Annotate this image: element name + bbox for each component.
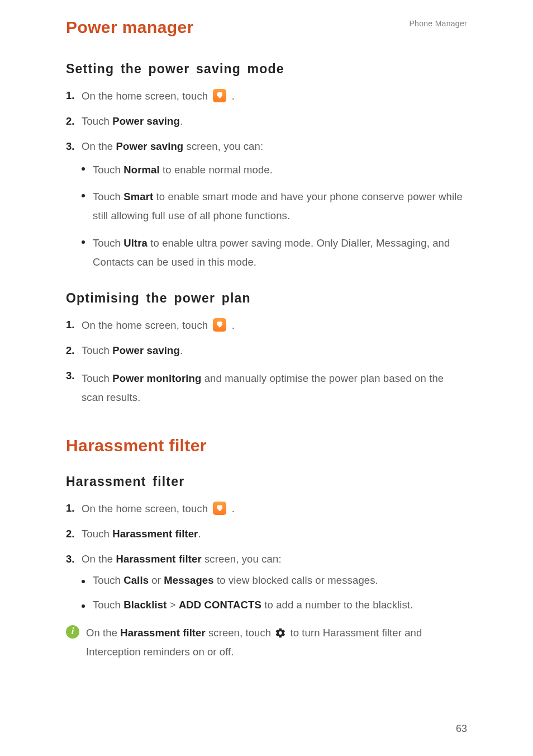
bullet-text: to view blocked calls or messages.: [214, 574, 378, 586]
bullet-text: Touch: [93, 164, 123, 176]
bullet-item: Touch Ultra to enable ultra power saving…: [82, 234, 467, 272]
step-text: On the home screen, touch: [82, 319, 211, 331]
bullet-text: Touch: [93, 574, 123, 586]
subheading-power-plan: Optimising the power plan: [66, 291, 467, 306]
phone-manager-app-icon: [213, 318, 226, 332]
bold-label: Smart: [123, 191, 153, 202]
bullet-text: Touch: [93, 191, 123, 202]
phone-manager-app-icon: [213, 502, 226, 515]
step-text: screen, you can:: [202, 553, 282, 565]
step-text: On the home screen, touch: [82, 503, 211, 514]
bullet-item: Touch Calls or Messages to view blocked …: [82, 573, 467, 588]
step-text: .: [180, 344, 183, 356]
bullet-list: Touch Calls or Messages to view blocked …: [82, 573, 467, 612]
bullet-text: Touch: [93, 599, 123, 611]
step-text: Touch: [82, 528, 112, 540]
page-number: 63: [456, 723, 467, 735]
step-text: .: [198, 528, 201, 540]
info-note: On the Harassment filter screen, touch t…: [66, 623, 467, 662]
section-power-plan: Optimising the power plan On the home sc…: [66, 291, 467, 407]
bullet-item: Touch Normal to enable normal mode.: [82, 160, 467, 179]
heading-power-manager: Power manager: [66, 18, 467, 37]
step-1: On the home screen, touch .: [66, 89, 467, 103]
bold-label: Power saving: [112, 115, 180, 127]
step-text: On the home screen, touch: [82, 90, 211, 102]
section-harassment: Harassment filter On the home screen, to…: [66, 474, 467, 662]
bullet-item: Touch Blacklist > ADD CONTACTS to add a …: [82, 598, 467, 612]
bullet-text: Touch: [93, 237, 123, 249]
step-3: On the Power saving screen, you can: Tou…: [66, 140, 467, 272]
page: Phone Manager Power manager Setting the …: [0, 0, 533, 756]
step-1: On the home screen, touch .: [66, 318, 467, 333]
bullet-list: Touch Normal to enable normal mode. Touc…: [82, 160, 467, 272]
section-power-saving: Setting the power saving mode On the hom…: [66, 62, 467, 272]
bold-label: Messages: [164, 574, 213, 586]
bold-label: Harassment filter: [120, 627, 206, 639]
step-text: .: [232, 319, 235, 331]
bullet-text: or: [149, 574, 164, 586]
steps-power-plan: On the home screen, touch . Touch Power …: [66, 318, 467, 407]
bold-label: Normal: [123, 164, 159, 176]
step-2: Touch Harassment filter.: [66, 527, 467, 541]
steps-harassment: On the home screen, touch . Touch Harass…: [66, 502, 467, 612]
step-3: Touch Power monitoring and manually opti…: [66, 369, 467, 407]
step-text: .: [232, 503, 235, 514]
steps-power-saving: On the home screen, touch . Touch Power …: [66, 89, 467, 272]
note-text: On the Harassment filter screen, touch t…: [86, 623, 467, 662]
bullet-item: Touch Smart to enable smart mode and hav…: [82, 187, 467, 225]
step-text: On the: [82, 553, 116, 565]
note-fragment: On the: [86, 627, 120, 639]
bold-label: Power saving: [116, 140, 184, 152]
bold-label: Ultra: [123, 237, 147, 249]
bold-label: Harassment filter: [112, 528, 198, 540]
bullet-text: to add a number to the blacklist.: [261, 599, 413, 611]
phone-manager-app-icon: [213, 89, 226, 102]
bold-label: Calls: [123, 574, 149, 586]
bullet-text: to enable normal mode.: [160, 164, 273, 176]
bold-label: ADD CONTACTS: [179, 599, 261, 611]
step-2: Touch Power saving.: [66, 344, 467, 358]
running-header: Phone Manager: [409, 19, 467, 28]
settings-icon: [275, 626, 286, 637]
bold-label: Harassment filter: [116, 553, 202, 565]
bullet-text: >: [166, 599, 178, 611]
step-text: .: [232, 90, 235, 102]
bold-label: Power monitoring: [112, 372, 201, 384]
note-fragment: screen, touch: [206, 627, 274, 639]
step-text: Touch: [82, 344, 112, 356]
info-icon: [66, 625, 79, 639]
step-1: On the home screen, touch .: [66, 502, 467, 516]
subheading-harassment: Harassment filter: [66, 474, 467, 489]
step-2: Touch Power saving.: [66, 115, 467, 129]
bold-label: Power saving: [112, 344, 180, 356]
step-text: .: [180, 115, 183, 127]
step-3: On the Harassment filter screen, you can…: [66, 552, 467, 612]
bold-label: Blacklist: [123, 599, 166, 611]
step-text: screen, you can:: [183, 140, 263, 152]
step-text: Touch: [82, 372, 112, 384]
step-text: Touch: [82, 115, 112, 127]
heading-harassment-filter: Harassment filter: [66, 436, 467, 455]
step-text: On the: [82, 140, 116, 152]
subheading-power-saving: Setting the power saving mode: [66, 62, 467, 77]
